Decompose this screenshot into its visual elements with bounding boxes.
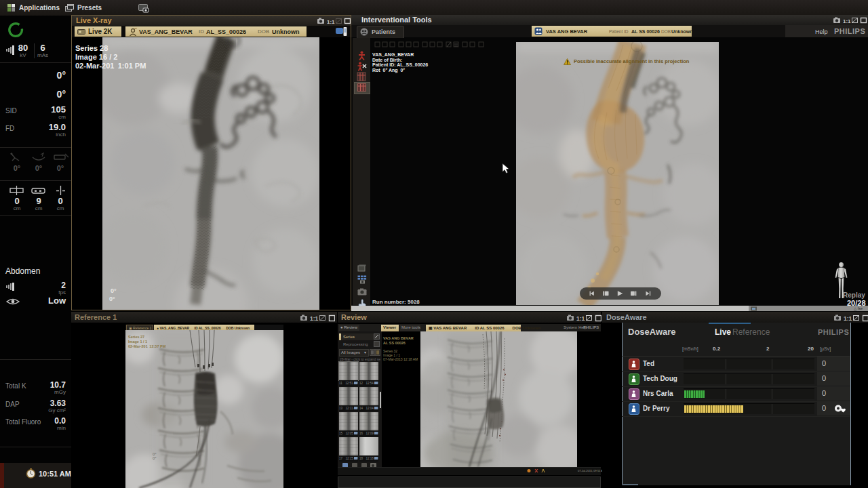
- svg-text:1:1: 1:1: [310, 315, 319, 322]
- svg-text:1:1: 1:1: [844, 315, 852, 322]
- svg-text:1:1: 1:1: [327, 19, 335, 25]
- svg-text:1:1: 1:1: [843, 18, 851, 24]
- svg-text:1:1: 1:1: [576, 315, 585, 322]
